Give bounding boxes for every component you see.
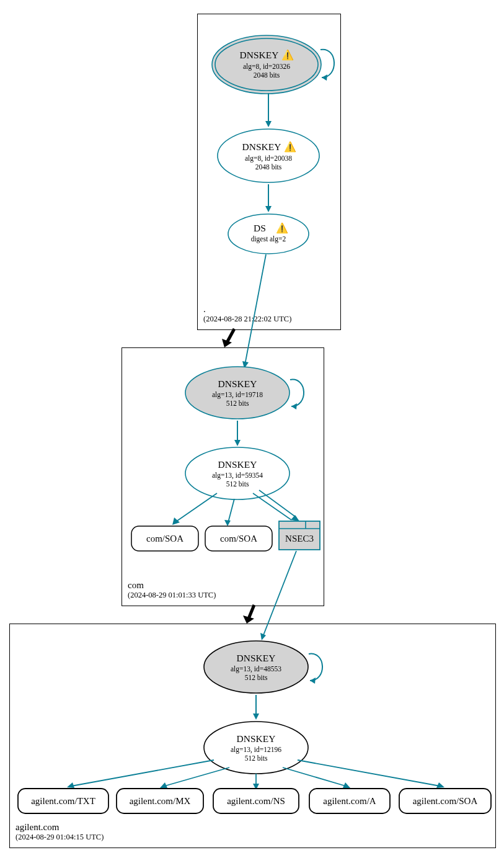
svg-line-11 (227, 329, 234, 342)
node-com-soa2: com/SOA (205, 526, 273, 552)
agilent-zsk-title: DNSKEY (237, 733, 276, 744)
svg-line-9 (245, 254, 266, 365)
zone-timestamp-com: (2024-08-29 01:01:33 UTC) (128, 591, 216, 600)
root-ds-title: DS (254, 223, 266, 233)
zone-name-com: com (128, 580, 216, 591)
com-zsk-line2: 512 bits (226, 480, 249, 488)
root-ksk-line1: alg=8, id=20326 (243, 63, 290, 71)
agilent-ns-label: agilent.com/NS (227, 796, 285, 806)
svg-line-32 (249, 605, 254, 619)
edge-ds-comksk (239, 254, 276, 372)
edge-agilentksk-agilentzsk (252, 695, 260, 722)
svg-marker-19 (172, 517, 180, 525)
zone-timestamp-agilent: (2024-08-29 01:04:15 UTC) (15, 833, 104, 842)
agilent-txt-label: agilent.com/TXT (31, 796, 95, 806)
com-soa1-label: com/SOA (146, 534, 183, 544)
node-com-nsec3: NSEC3 (278, 521, 322, 552)
svg-line-39 (71, 760, 214, 786)
svg-marker-40 (67, 782, 74, 788)
com-ksk-line1: alg=13, id=19718 (212, 391, 263, 399)
root-zsk-line1: alg=8, id=20038 (245, 154, 292, 163)
svg-marker-7 (265, 206, 272, 212)
edge-nsec3-agilentksk (254, 551, 304, 644)
node-agilent-mx: agilent.com/MX (116, 788, 204, 814)
agilent-ksk-title: DNSKEY (237, 653, 276, 663)
zone-label-com: com (2024-08-29 01:01:33 UTC) (128, 580, 216, 600)
svg-point-8 (228, 214, 309, 254)
com-soa2-label: com/SOA (220, 534, 257, 544)
svg-line-23 (259, 490, 296, 517)
root-zsk-title: DNSKEY (242, 141, 281, 152)
com-nsec3-label: NSEC3 (285, 534, 314, 544)
svg-line-30 (263, 551, 296, 637)
agilent-zsk-line1: alg=13, id=12196 (231, 746, 281, 754)
svg-line-41 (164, 767, 229, 786)
edge-comksk-comzsk (233, 421, 242, 449)
root-ksk-title: DNSKEY (240, 50, 279, 60)
node-root-zsk: DNSKEY ⚠️ alg=8, id=20038 2048 bits (216, 127, 321, 184)
edge-rootzsk-ds (264, 184, 273, 214)
svg-line-45 (283, 767, 346, 786)
com-zsk-line1: alg=13, id=59354 (212, 472, 263, 480)
root-zsk-line2: 2048 bits (255, 163, 282, 171)
agilent-ksk-line2: 512 bits (245, 674, 268, 681)
com-ksk-line2: 512 bits (226, 400, 249, 407)
svg-marker-14 (291, 403, 297, 409)
svg-line-22 (253, 493, 291, 520)
com-ksk-title: DNSKEY (218, 378, 257, 389)
edge-delegation-root-com (217, 329, 242, 352)
agilent-soa-label: agilent.com/SOA (413, 796, 478, 806)
root-ksk-line2: 2048 bits (254, 71, 280, 79)
self-loop-com-ksk (284, 374, 314, 414)
svg-marker-4 (265, 121, 272, 127)
root-ds-line1: digest alg=2 (251, 235, 286, 243)
node-root-ds: DS ⚠️ digest alg=2 (226, 212, 311, 256)
svg-marker-2 (322, 74, 327, 81)
warning-icon: ⚠️ (276, 222, 288, 234)
node-com-soa1: com/SOA (131, 526, 199, 552)
zone-label-agilent: agilent.com (2024-08-29 01:04:15 UTC) (15, 822, 104, 842)
node-agilent-a: agilent.com/A (309, 788, 391, 814)
self-loop-agilent-ksk (303, 648, 332, 688)
edge-delegation-com-agilent (239, 605, 263, 629)
warning-icon: ⚠️ (284, 141, 296, 153)
warning-icon: ⚠️ (281, 49, 294, 61)
svg-marker-35 (310, 678, 316, 684)
node-agilent-ns: agilent.com/NS (213, 788, 299, 814)
svg-marker-37 (253, 714, 259, 720)
agilent-ksk-line1: alg=13, id=48553 (231, 665, 281, 673)
node-agilent-ksk: DNSKEY alg=13, id=48553 512 bits (202, 639, 310, 695)
svg-line-20 (228, 499, 234, 522)
agilent-mx-label: agilent.com/MX (130, 796, 191, 806)
svg-line-18 (175, 493, 217, 522)
node-agilent-txt: agilent.com/TXT (17, 788, 109, 814)
edge-rootksk-rootzsk (264, 93, 273, 130)
com-zsk-title: DNSKEY (218, 459, 257, 470)
node-com-ksk: DNSKEY alg=13, id=19718 512 bits (183, 365, 291, 421)
zone-name-agilent: agilent.com (15, 822, 104, 833)
agilent-a-label: agilent.com/A (323, 796, 376, 806)
self-loop-root-ksk (313, 43, 344, 87)
node-agilent-soa: agilent.com/SOA (399, 788, 492, 814)
svg-line-47 (298, 760, 440, 786)
